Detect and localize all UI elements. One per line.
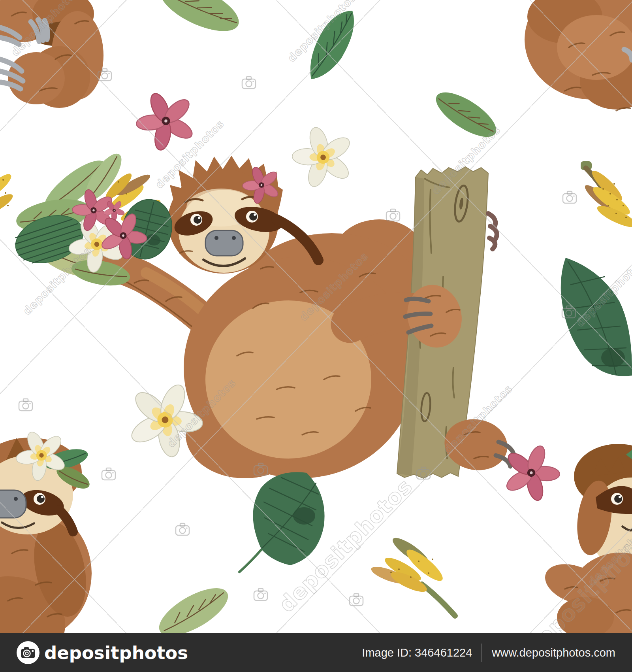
depositphotos-logo: depositphotos [17,641,188,664]
stock-image-preview-page: depositphotos depositphotos depositphoto… [0,0,632,672]
sloth-bottom-left [0,427,94,633]
footer-bar: depositphotos Image ID: 346461224 www.de… [0,633,632,672]
sloth-partial-top-right [525,0,632,111]
image-id-label: Image ID: 346461224 [362,646,472,659]
flower-plumeria-top [282,118,363,197]
leaf-top-center [154,0,246,41]
camera-logo-icon [17,641,40,664]
banana-blossom-top-right [581,161,632,231]
camera-icon [350,594,363,606]
brand-name: depositphotos [44,642,188,663]
camera-icon [242,77,256,89]
camera-icon [176,523,189,535]
banana-blossom-bottom [369,534,455,616]
footer-divider [482,644,482,662]
banana-blossom-wrap-left [0,171,15,217]
leaf-bottom-center [239,472,325,572]
website-url: www.depositphotos.com [492,646,615,659]
camera-icon [563,191,576,203]
artwork-canvas [0,0,632,633]
footer-meta: Image ID: 346461224 www.depositphotos.co… [362,644,615,662]
leaf-bottom-left [152,579,235,633]
camera-icon [19,399,32,411]
camera-icon [254,589,267,600]
camera-icon [386,209,400,221]
camera-icon [102,468,115,480]
watercolor-sloth-pattern-artwork [0,0,632,633]
